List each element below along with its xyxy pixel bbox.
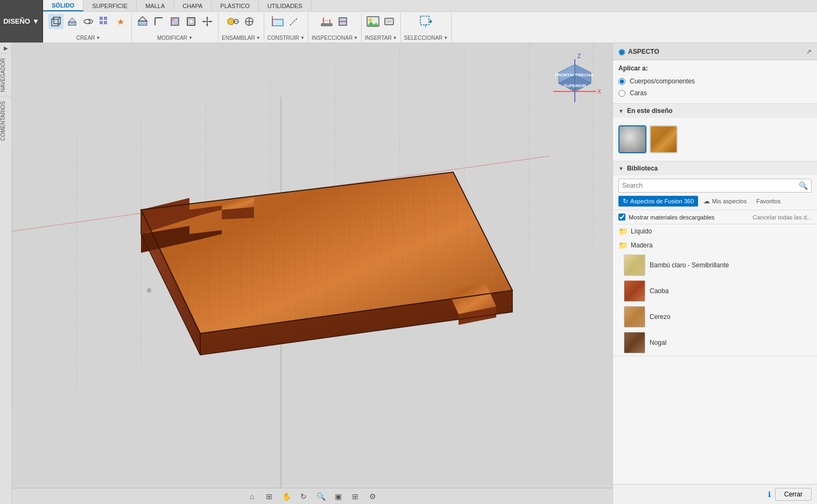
insert-decal-icon[interactable]: [382, 14, 397, 29]
modify-shell-icon[interactable]: [184, 14, 199, 29]
library-header[interactable]: ▼ Biblioteca: [613, 161, 817, 175]
tab-solid[interactable]: SÓLIDO: [43, 0, 83, 11]
home-icon[interactable]: ⌂: [245, 490, 258, 503]
tab-utilities[interactable]: UTILIDADES: [259, 0, 312, 11]
insert-label[interactable]: INSERTAR ▼: [365, 35, 397, 41]
select-icon[interactable]: [418, 14, 433, 29]
tab-mesh[interactable]: MALLA: [137, 0, 174, 11]
svg-line-32: [290, 18, 298, 25]
create-special-icon[interactable]: ★: [113, 14, 128, 29]
modify-label[interactable]: MODIFICAR ▼: [157, 35, 193, 41]
material-thumb-metal[interactable]: [618, 125, 646, 153]
svg-rect-44: [420, 16, 429, 25]
svg-marker-47: [430, 19, 432, 24]
design-button[interactable]: DISEÑO ▼: [0, 0, 43, 42]
3d-wood-object[interactable]: [66, 140, 534, 473]
panel-content: Aplicar a: Cuerpos/componentes Caras ▼ E…: [613, 60, 817, 484]
create-label[interactable]: CREAR ▼: [76, 35, 101, 41]
tab-surface[interactable]: SUPERFICIE: [83, 0, 137, 11]
filter-favorites[interactable]: Favoritos: [752, 196, 785, 206]
modify-chamfer-icon[interactable]: [167, 14, 182, 29]
material-item-caoba[interactable]: Caoba: [624, 278, 812, 304]
radio-bodies[interactable]: [618, 78, 625, 85]
create-box-icon[interactable]: [48, 14, 64, 29]
material-item-bamboo[interactable]: Bambú claro - Semibrillante: [624, 252, 812, 278]
svg-point-40: [369, 18, 372, 22]
library-label: Biblioteca: [627, 165, 658, 172]
svg-point-71: [147, 288, 151, 293]
modify-fillet-icon[interactable]: [151, 14, 166, 29]
svg-marker-6: [68, 18, 76, 22]
svg-marker-13: [138, 17, 147, 21]
select-label[interactable]: SELECCIONAR ▼: [404, 35, 448, 41]
assemble-joint-icon[interactable]: [226, 14, 241, 29]
nogal-label: Nogal: [650, 339, 666, 346]
material-item-nogal[interactable]: Nogal: [624, 330, 812, 356]
design-arrow: ▼: [32, 17, 39, 25]
navigator-label[interactable]: NAVEGADOR: [0, 53, 11, 96]
tab-plastic[interactable]: PLÁSTICO: [212, 0, 258, 11]
create-pattern-icon[interactable]: [97, 14, 112, 29]
search-bar[interactable]: 🔍: [618, 179, 812, 193]
design-label: DISEÑO: [3, 17, 30, 25]
svg-marker-20: [206, 17, 208, 19]
right-panel: ◉ ASPECTO ↗ Aplicar a: Cuerpos/component…: [612, 43, 817, 504]
filter-tabs: ↻ Aspectos de Fusion 360 ☁ Mis aspectos …: [613, 196, 817, 210]
filter-my-aspects[interactable]: ☁ Mis aspectos: [699, 196, 751, 207]
inspect-section-icon[interactable]: [335, 14, 350, 29]
close-button[interactable]: Cerrar: [775, 488, 812, 501]
zoom-icon[interactable]: 🔍: [314, 490, 327, 503]
viewport-3d[interactable]: Z X DERECHA FRONTAL SUPERIOR ⌂ ⊞ ✋ ↻: [12, 43, 612, 504]
svg-rect-14: [171, 18, 179, 25]
svg-rect-5: [68, 22, 76, 25]
create-extrude-icon[interactable]: [65, 14, 80, 29]
assemble-move-icon[interactable]: [242, 14, 257, 29]
pan-icon[interactable]: ✋: [280, 490, 293, 503]
orbit-icon[interactable]: ↻: [297, 490, 310, 503]
tool-group-select: SELECCIONAR ▼: [401, 13, 452, 42]
svg-text:SUPERIOR: SUPERIOR: [564, 83, 586, 88]
filter-fusion360[interactable]: ↻ Aspectos de Fusion 360: [618, 196, 698, 207]
library-section: ▼ Biblioteca 🔍 ↻ Aspectos de Fusion 360 …: [613, 161, 817, 356]
build-plane-icon[interactable]: [270, 14, 285, 29]
inspect-measure-icon[interactable]: [319, 14, 334, 29]
insert-image-icon[interactable]: [365, 14, 381, 29]
build-label[interactable]: CONSTRUIR ▼: [267, 35, 305, 41]
folder-liquido[interactable]: 📁 Líquido: [618, 224, 812, 238]
option-bodies[interactable]: Cuerpos/componentes: [618, 75, 812, 87]
display-mode-icon[interactable]: ▣: [332, 490, 344, 503]
search-input[interactable]: [619, 182, 795, 189]
tool-group-create: ★ CREAR ▼: [45, 13, 132, 42]
panel-expand-button[interactable]: ↗: [806, 48, 812, 55]
tab-sheet[interactable]: CHAPA: [174, 0, 212, 11]
tool-group-insert: INSERTAR ▼: [362, 13, 401, 42]
show-download-checkbox[interactable]: [618, 214, 625, 221]
svg-marker-22: [202, 20, 205, 23]
info-icon[interactable]: ℹ: [768, 490, 771, 499]
cerezo-label: Cerezo: [650, 313, 671, 321]
viewcube[interactable]: Z X DERECHA FRONTAL SUPERIOR: [543, 48, 607, 113]
material-item-cerezo[interactable]: Cerezo: [624, 304, 812, 330]
comments-label[interactable]: COMENTARIOS: [0, 96, 11, 145]
folder-madera[interactable]: 📁 Madera: [618, 238, 812, 252]
svg-rect-30: [272, 19, 283, 26]
fit-view-icon[interactable]: ⊞: [263, 490, 276, 503]
radio-faces[interactable]: [618, 90, 625, 97]
modify-move-icon[interactable]: [200, 14, 215, 29]
left-navigation: ▶ NAVEGADOR COMENTARIOS: [0, 43, 12, 504]
cancel-download-link[interactable]: Cancelar todas las d...: [753, 214, 812, 221]
option-faces[interactable]: Caras: [618, 87, 812, 99]
caoba-label: Caoba: [650, 287, 668, 295]
faces-label: Caras: [630, 89, 647, 97]
modify-push-icon[interactable]: [135, 14, 150, 29]
tool-group-modify: MODIFICAR ▼: [132, 13, 219, 42]
grid-icon[interactable]: ⊞: [349, 490, 362, 503]
settings-icon[interactable]: ⚙: [366, 490, 379, 503]
build-axis-icon[interactable]: [286, 14, 301, 29]
assemble-label[interactable]: ENSAMBLAR ▼: [222, 35, 260, 41]
create-revolve-icon[interactable]: [81, 14, 96, 29]
in-design-header[interactable]: ▼ En este diseño: [613, 104, 817, 118]
nav-expand-arrow[interactable]: ▶: [2, 43, 10, 53]
material-thumb-wood[interactable]: [650, 125, 678, 153]
inspect-label[interactable]: INSPECCIONAR ▼: [312, 35, 358, 41]
